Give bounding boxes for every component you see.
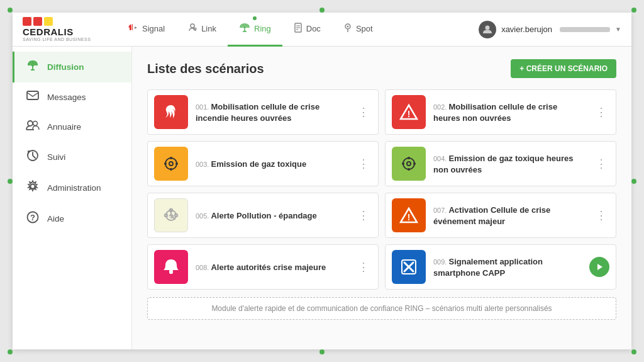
corner-dot-mr — [631, 179, 636, 184]
svg-point-18 — [28, 121, 33, 126]
scenario-menu-005[interactable]: ⋮ — [355, 206, 372, 225]
svg-point-32 — [403, 158, 414, 169]
tab-signal-label: Signal — [142, 24, 165, 33]
scenario-icon-003 — [154, 147, 188, 181]
svg-point-4 — [244, 26, 246, 28]
scenario-name-007: Activation Cellule de crise événement ma… — [433, 205, 550, 226]
app-container: CEDRALIS SAVING LIFE AND BUSINESS Signa — [13, 13, 631, 349]
user-avatar-icon — [479, 21, 496, 38]
ring-icon — [239, 23, 250, 35]
scenario-number-005: 005. — [196, 212, 211, 220]
scenario-card-008[interactable]: 008. Alerte autorités crise majeure ⋮ — [147, 244, 379, 290]
logo-block-2 — [33, 17, 42, 26]
scenario-number-007: 007. — [433, 206, 448, 214]
scenario-icon-007: ! — [392, 198, 426, 232]
sidebar-label-administration: Administration — [47, 183, 101, 193]
scenario-name-002: Mobilisation cellule de crise heures non… — [433, 102, 557, 123]
scenario-menu-007[interactable]: ⋮ — [593, 206, 609, 225]
messages-icon — [26, 90, 40, 105]
sidebar-label-annuaire: Annuaire — [47, 122, 81, 132]
scenario-info-004: 004. Emission de gaz toxique heures non … — [433, 152, 586, 175]
scenario-action-button-009[interactable] — [589, 257, 609, 277]
body-layout: Diffusion Messages — [13, 47, 631, 349]
svg-point-2 — [191, 24, 194, 28]
scenario-info-009: 009. Signalement application smartphone … — [433, 256, 582, 278]
scenario-card-002[interactable]: ! 002. Mobilisation cellule de crise heu… — [385, 89, 616, 135]
scenario-number-008: 008. — [196, 264, 211, 271]
scenario-menu-001[interactable]: ⋮ — [355, 103, 372, 122]
sidebar-label-messages: Messages — [47, 93, 86, 102]
scenario-info-008: 008. Alerte autorités crise majeure — [196, 261, 348, 273]
create-scenario-button[interactable]: + CRÉER UN SCÉNARIO — [511, 59, 616, 78]
corner-dot-ml — [8, 179, 13, 184]
svg-text:!: ! — [408, 109, 411, 119]
ring-active-dot — [253, 16, 257, 20]
diffusion-icon — [26, 59, 40, 75]
scenario-menu-003[interactable]: ⋮ — [355, 154, 372, 173]
scenario-icon-008 — [154, 250, 188, 284]
nav-tabs: Signal Link — [117, 13, 479, 47]
suivi-icon — [26, 149, 40, 165]
svg-point-12 — [347, 25, 348, 27]
sidebar-item-annuaire[interactable]: Annuaire — [13, 112, 131, 142]
svg-point-30 — [164, 162, 167, 165]
tab-signal[interactable]: Signal — [117, 13, 176, 47]
sidebar-item-administration[interactable]: Administration — [13, 173, 131, 203]
scenario-name-003: Emission de gaz toxique — [211, 159, 306, 169]
sidebar-label-aide: Aide — [47, 214, 64, 223]
corner-dot-bl — [8, 349, 13, 354]
svg-point-36 — [402, 162, 404, 165]
tab-link[interactable]: Link — [176, 13, 228, 47]
user-bar — [560, 27, 610, 32]
logo-area: CEDRALIS SAVING LIFE AND BUSINESS — [23, 17, 92, 42]
scenario-menu-004[interactable]: ⋮ — [593, 154, 609, 173]
scenario-name-009: Signalement application smartphone CAPP — [433, 257, 543, 278]
signal-icon — [128, 23, 138, 35]
tab-doc[interactable]: Doc — [282, 13, 332, 47]
svg-point-26 — [165, 158, 177, 169]
scenario-menu-002[interactable]: ⋮ — [593, 103, 609, 122]
scenario-card-003[interactable]: 003. Emission de gaz toxique ⋮ — [147, 141, 379, 186]
svg-text:☢: ☢ — [169, 213, 174, 220]
scenario-icon-004 — [392, 147, 426, 181]
scenario-icon-005: ☢ — [154, 198, 188, 232]
administration-icon — [26, 180, 40, 196]
svg-point-27 — [169, 162, 173, 166]
tab-ring[interactable]: Ring — [228, 13, 282, 47]
sidebar-item-aide[interactable]: ? Aide — [13, 203, 131, 234]
scenario-card-004[interactable]: 004. Emission de gaz toxique heures non … — [385, 141, 616, 186]
logo-title: CEDRALIS — [23, 26, 92, 37]
scenario-info-002: 002. Mobilisation cellule de crise heure… — [433, 101, 586, 123]
tab-spot[interactable]: Spot — [332, 13, 384, 47]
svg-text:!: ! — [408, 212, 411, 222]
main-content: Liste des scénarios + CRÉER UN SCÉNARIO … — [132, 47, 631, 349]
svg-point-47 — [169, 271, 173, 274]
scenario-info-003: 003. Emission de gaz toxique — [196, 158, 348, 169]
spot-icon — [343, 23, 352, 35]
top-nav: CEDRALIS SAVING LIFE AND BUSINESS Signa — [13, 13, 631, 47]
sidebar-item-messages[interactable]: Messages — [13, 82, 131, 112]
scenario-card-007[interactable]: ! 007. Activation Cellule de crise événe… — [385, 193, 616, 238]
scenario-card-005[interactable]: ☢ 005. Alerte Pollution - épandage ⋮ — [147, 193, 379, 238]
sidebar-item-suivi[interactable]: Suivi — [13, 142, 131, 173]
svg-rect-1 — [132, 24, 133, 30]
page-header: Liste des scénarios + CRÉER UN SCÉNARIO — [147, 59, 616, 78]
logo-subtitle: SAVING LIFE AND BUSINESS — [23, 37, 92, 42]
svg-point-21 — [31, 184, 35, 189]
scenario-card-009[interactable]: 009. Signalement application smartphone … — [385, 244, 616, 290]
scenario-number-009: 009. — [433, 258, 448, 266]
footer-note-text: Module d'alerte rapide et de communicati… — [211, 304, 552, 313]
user-area[interactable]: xavier.berujon ▼ — [479, 21, 621, 38]
corner-dot-br — [631, 349, 636, 354]
svg-point-29 — [170, 168, 172, 171]
scenario-number-004: 004. — [433, 155, 448, 162]
scenario-menu-008[interactable]: ⋮ — [355, 257, 372, 276]
svg-point-35 — [408, 168, 410, 171]
svg-rect-0 — [130, 25, 131, 30]
scenario-card-001[interactable]: 001. Mobilisation cellule de crise incen… — [147, 89, 379, 135]
svg-point-14 — [31, 64, 34, 67]
aide-icon: ? — [26, 211, 40, 227]
user-dropdown-icon: ▼ — [615, 26, 621, 33]
sidebar-item-diffusion[interactable]: Diffusion — [13, 52, 131, 82]
sidebar-label-diffusion: Diffusion — [47, 62, 84, 72]
